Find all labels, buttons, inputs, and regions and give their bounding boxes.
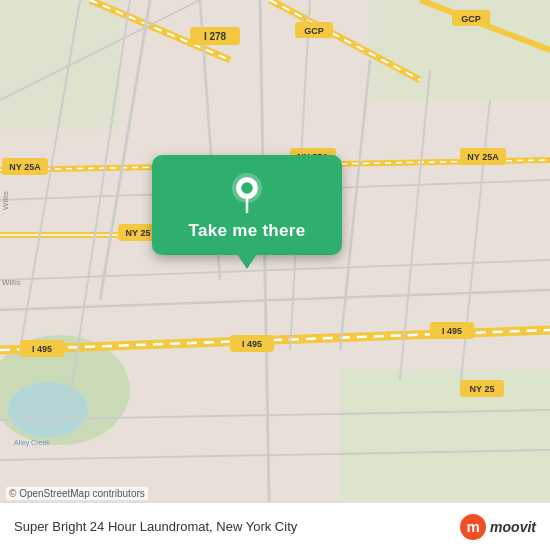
svg-text:GCP: GCP	[461, 14, 481, 24]
map-attribution: © OpenStreetMap contributors	[6, 487, 148, 500]
svg-text:Willis: Willis	[2, 278, 21, 287]
svg-text:NY 25: NY 25	[470, 384, 495, 394]
svg-text:Alley Creek: Alley Creek	[14, 439, 50, 447]
map-container: I 278 GCP GCP NY 25A NY 25A NY 25A NY 25…	[0, 0, 550, 550]
svg-point-5	[8, 382, 88, 438]
moovit-icon: m	[460, 514, 486, 540]
svg-text:Willis: Willis	[1, 191, 10, 210]
bottom-bar: Super Bright 24 Hour Laundromat, New Yor…	[0, 502, 550, 550]
svg-rect-3	[340, 370, 550, 500]
svg-text:I 495: I 495	[32, 344, 52, 354]
location-label: Super Bright 24 Hour Laundromat, New Yor…	[14, 519, 297, 534]
popup-card[interactable]: Take me there	[152, 155, 342, 255]
moovit-label: moovit	[490, 519, 536, 535]
attribution-text: © OpenStreetMap contributors	[9, 488, 145, 499]
svg-text:NY 25: NY 25	[126, 228, 151, 238]
svg-text:NY 25A: NY 25A	[9, 162, 41, 172]
svg-text:NY 25A: NY 25A	[467, 152, 499, 162]
svg-text:I 495: I 495	[242, 339, 262, 349]
location-pin-icon	[227, 173, 267, 213]
map-svg: I 278 GCP GCP NY 25A NY 25A NY 25A NY 25…	[0, 0, 550, 550]
svg-rect-1	[0, 0, 120, 130]
svg-text:I 495: I 495	[442, 326, 462, 336]
svg-point-59	[241, 182, 253, 194]
svg-text:I 278: I 278	[204, 31, 227, 42]
moovit-logo: m moovit	[460, 514, 536, 540]
svg-text:GCP: GCP	[304, 26, 324, 36]
take-me-there-button[interactable]: Take me there	[189, 221, 306, 241]
